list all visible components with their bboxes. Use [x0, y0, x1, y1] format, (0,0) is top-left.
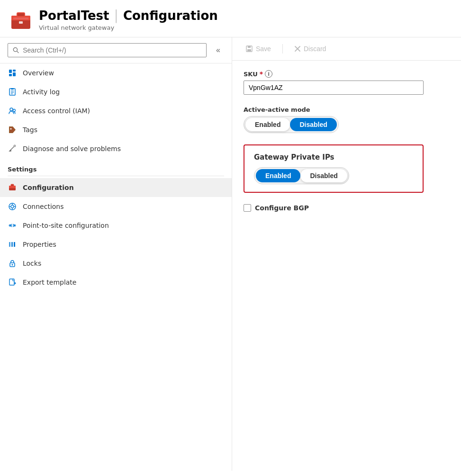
- properties-label: Properties: [23, 241, 56, 248]
- svg-rect-9: [9, 74, 12, 76]
- settings-section-header: Settings: [0, 158, 232, 176]
- svg-rect-3: [19, 21, 23, 24]
- resource-name: PortalTest: [39, 9, 109, 23]
- svg-point-17: [13, 109, 16, 112]
- sidebar-nav: Overview Activity log: [0, 63, 232, 471]
- diagnose-label: Diagnose and solve problems: [23, 145, 121, 153]
- page-title: Configuration: [123, 9, 218, 23]
- sidebar-item-diagnose[interactable]: Diagnose and solve problems: [0, 139, 232, 158]
- connections-icon: [8, 202, 17, 211]
- svg-rect-24: [11, 184, 14, 186]
- collapse-button[interactable]: «: [212, 44, 224, 56]
- tags-icon: [8, 125, 17, 135]
- overview-label: Overview: [23, 69, 54, 77]
- point-to-site-label: Point-to-site configuration: [23, 222, 109, 229]
- sidebar: « Overview: [0, 37, 232, 471]
- search-bar: «: [0, 37, 232, 63]
- svg-point-38: [12, 264, 13, 266]
- search-input-wrap[interactable]: [8, 43, 207, 57]
- svg-rect-34: [9, 242, 10, 247]
- locks-icon: [8, 259, 17, 268]
- svg-rect-10: [13, 72, 16, 76]
- settings-divider: [8, 176, 224, 176]
- discard-label: Discard: [304, 45, 326, 53]
- configuration-label: Configuration: [23, 184, 74, 191]
- sku-field-group: SKU * i: [244, 70, 450, 95]
- toolbar-separator: [282, 44, 283, 54]
- connections-label: Connections: [23, 203, 64, 210]
- configure-bgp-row: Configure BGP: [244, 204, 450, 212]
- active-active-disabled-btn[interactable]: Disabled: [290, 118, 336, 131]
- svg-rect-43: [247, 49, 251, 51]
- svg-rect-8: [13, 70, 16, 72]
- configure-bgp-checkbox[interactable]: [244, 204, 251, 212]
- sidebar-item-export-template[interactable]: Export template: [0, 273, 232, 292]
- save-label: Save: [256, 45, 271, 53]
- search-input[interactable]: [23, 46, 201, 54]
- svg-point-26: [11, 205, 14, 208]
- save-icon: [245, 45, 253, 53]
- activity-log-icon: [8, 87, 17, 97]
- discard-button[interactable]: Discard: [290, 43, 330, 54]
- gateway-enabled-btn[interactable]: Enabled: [256, 169, 300, 182]
- active-active-field-group: Active-active mode Enabled Disabled: [244, 106, 450, 133]
- gateway-private-ips-toggle: Enabled Disabled: [254, 167, 349, 184]
- configure-bgp-label: Configure BGP: [255, 204, 309, 212]
- overview-icon: [8, 68, 17, 78]
- configuration-icon: [8, 183, 17, 192]
- svg-rect-4: [13, 18, 28, 19]
- locks-label: Locks: [23, 260, 41, 267]
- export-template-icon: [8, 278, 17, 287]
- svg-point-20: [10, 128, 12, 130]
- content-body: SKU * i Active-active mode Enabled Disab…: [232, 61, 461, 221]
- required-star: *: [260, 70, 263, 78]
- svg-rect-39: [9, 279, 14, 285]
- svg-rect-7: [9, 70, 12, 73]
- resource-icon: [9, 8, 32, 31]
- sidebar-item-overview[interactable]: Overview: [0, 63, 232, 82]
- properties-icon: [8, 240, 17, 249]
- page-header: PortalTest | Configuration Virtual netwo…: [0, 0, 461, 37]
- search-icon: [13, 47, 19, 54]
- svg-rect-12: [11, 88, 14, 90]
- point-to-site-icon: [8, 221, 17, 230]
- export-template-label: Export template: [23, 278, 76, 286]
- active-active-label: Active-active mode: [244, 106, 450, 113]
- active-active-toggle: Enabled Disabled: [244, 116, 339, 133]
- activity-log-label: Activity log: [23, 88, 60, 96]
- sidebar-item-tags[interactable]: Tags: [0, 120, 232, 139]
- sidebar-item-locks[interactable]: Locks: [0, 254, 232, 273]
- discard-icon: [294, 45, 301, 52]
- sidebar-item-connections[interactable]: Connections: [0, 197, 232, 216]
- svg-rect-2: [17, 13, 25, 17]
- tags-label: Tags: [23, 126, 37, 134]
- save-button[interactable]: Save: [242, 43, 275, 54]
- gateway-disabled-btn[interactable]: Disabled: [300, 169, 347, 182]
- access-control-icon: [8, 106, 17, 116]
- sidebar-item-properties[interactable]: Properties: [0, 235, 232, 254]
- svg-rect-42: [248, 46, 251, 48]
- resource-type: Virtual network gateway: [39, 24, 218, 31]
- diagnose-icon: [8, 144, 17, 153]
- active-active-enabled-btn[interactable]: Enabled: [245, 118, 290, 131]
- toolbar: Save Discard: [232, 37, 461, 61]
- gateway-private-ips-box: Gateway Private IPs Enabled Disabled: [244, 144, 424, 193]
- content-panel: Save Discard SKU * i: [232, 37, 461, 471]
- svg-point-16: [10, 108, 13, 111]
- sku-label: SKU * i: [244, 70, 450, 78]
- gateway-private-ips-label: Gateway Private IPs: [254, 153, 413, 162]
- access-control-label: Access control (IAM): [23, 107, 90, 115]
- svg-marker-19: [9, 127, 15, 133]
- svg-rect-36: [14, 242, 15, 247]
- sidebar-item-access-control[interactable]: Access control (IAM): [0, 101, 232, 120]
- header-text-block: PortalTest | Configuration Virtual netwo…: [39, 8, 218, 31]
- svg-point-21: [14, 145, 16, 147]
- sku-input[interactable]: [244, 81, 424, 95]
- sidebar-item-configuration[interactable]: Configuration: [0, 178, 232, 197]
- svg-line-6: [17, 51, 18, 53]
- svg-rect-11: [9, 89, 15, 95]
- sidebar-item-point-to-site[interactable]: Point-to-site configuration: [0, 216, 232, 235]
- svg-rect-35: [11, 242, 13, 247]
- sku-info-icon[interactable]: i: [265, 70, 272, 78]
- sidebar-item-activity-log[interactable]: Activity log: [0, 82, 232, 101]
